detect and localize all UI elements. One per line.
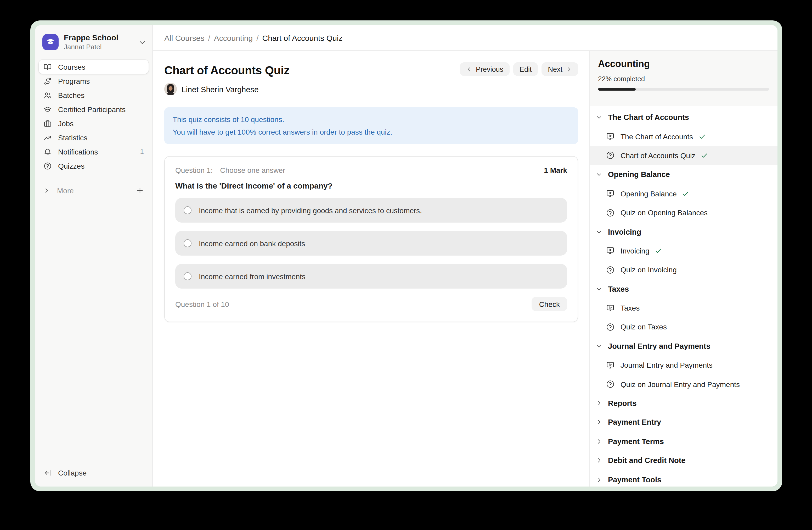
edit-button[interactable]: Edit: [513, 62, 538, 76]
lesson-title: Quiz on Invoicing: [621, 266, 677, 274]
outline-lesson-quiz-on-taxes[interactable]: Quiz on Taxes: [590, 318, 778, 337]
outline-lesson-invoicing[interactable]: Invoicing: [590, 241, 778, 260]
monitor-play-icon: [606, 304, 615, 312]
sidebar-item-label: Quizzes: [58, 162, 85, 170]
content-row: Chart of Accounts Quiz Previous Edit: [153, 51, 778, 487]
help-circle-icon: [606, 380, 615, 389]
chapter-title: Reports: [608, 399, 637, 407]
radio-button[interactable]: [184, 206, 191, 214]
lesson-title: Quiz on Taxes: [621, 323, 667, 331]
outline-chapter-the-chart-of-accounts[interactable]: The Chart of Accounts: [590, 108, 778, 127]
quiz-option-2[interactable]: Income earned on bank deposits: [175, 231, 567, 255]
sidebar-item-label: Certified Participants: [58, 105, 126, 113]
check-icon: [700, 152, 708, 159]
quiz-option-3[interactable]: Income earned from investments: [175, 264, 567, 289]
notice-line-2: You will have to get 100% correct answer…: [173, 126, 570, 138]
sidebar-item-batches[interactable]: Batches: [39, 88, 149, 102]
chevron-right-icon: [566, 66, 572, 72]
sidebar-item-jobs[interactable]: Jobs: [39, 116, 149, 130]
chevron-right-icon: [596, 400, 602, 406]
outline-lesson-chart-of-accounts-quiz[interactable]: Chart of Accounts Quiz: [590, 146, 778, 165]
chapter-title: The Chart of Accounts: [608, 113, 689, 122]
outline-chapter-journal-entry-and-payments[interactable]: Journal Entry and Payments: [590, 336, 778, 355]
question-footer: Question 1 of 10 Check: [175, 297, 567, 311]
outline-chapter-payment-tools[interactable]: Payment Tools: [590, 470, 778, 487]
notice-line-1: This quiz consists of 10 questions.: [173, 113, 570, 126]
graduation-cap-icon: [43, 105, 52, 113]
monitor-play-icon: [606, 361, 615, 370]
previous-button[interactable]: Previous: [460, 62, 510, 76]
chevron-down-icon: [596, 286, 602, 292]
screen: Frappe School Jannat Patel CoursesProgra…: [0, 0, 812, 530]
sidebar-item-more[interactable]: More: [35, 183, 152, 197]
workspace-switcher[interactable]: Frappe School Jannat Patel: [35, 25, 152, 56]
sidebar-item-notifications[interactable]: Notifications1: [39, 144, 149, 159]
completed-check-icon: [698, 133, 706, 140]
quiz-option-1[interactable]: Income that is earned by providing goods…: [175, 198, 567, 223]
chevron-right-icon: [596, 438, 602, 445]
course-progress-bar: [598, 88, 769, 90]
avatar: [164, 83, 177, 95]
outline-lesson-the-chart-of-accounts[interactable]: The Chart of Accounts: [590, 127, 778, 146]
lesson-title: Opening Balance: [621, 190, 677, 198]
lesson-title: Invoicing: [621, 247, 650, 255]
next-button[interactable]: Next: [541, 62, 578, 76]
chevron-right-icon: [596, 419, 602, 426]
chapter-title: Payment Entry: [608, 418, 661, 427]
workspace-names: Frappe School Jannat Patel: [64, 33, 139, 51]
sidebar-item-label: Jobs: [58, 119, 73, 127]
outline-lesson-quiz-on-invoicing[interactable]: Quiz on Invoicing: [590, 260, 778, 279]
pager-buttons: Previous Edit Next: [460, 62, 578, 76]
lesson-title: Chart of Accounts Quiz: [621, 151, 695, 160]
person-photo-icon: [164, 83, 177, 95]
app-window: Frappe School Jannat Patel CoursesProgra…: [35, 25, 778, 487]
help-circle-icon: [606, 266, 615, 275]
breadcrumb-separator: /: [208, 33, 210, 42]
option-label: Income earned on bank deposits: [199, 239, 305, 248]
sidebar-item-courses[interactable]: Courses: [39, 60, 149, 74]
question-instruction: Choose one answer: [220, 166, 285, 175]
next-label: Next: [548, 65, 563, 73]
outline-lesson-taxes[interactable]: Taxes: [590, 298, 778, 318]
chevron-down-icon: [596, 114, 602, 121]
quiz-notice: This quiz consists of 10 questions. You …: [164, 107, 578, 144]
question-text: What is the 'Direct Income' of a company…: [175, 181, 567, 190]
radio-button[interactable]: [184, 239, 191, 247]
outline-chapter-debit-and-credit-note[interactable]: Debit and Credit Note: [590, 451, 778, 470]
monitor-play-icon: [606, 132, 615, 141]
sidebar-item-statistics[interactable]: Statistics: [39, 130, 149, 144]
breadcrumb-separator: /: [256, 33, 259, 42]
breadcrumb-link-all-courses[interactable]: All Courses: [164, 33, 204, 42]
users-icon: [43, 91, 52, 99]
outline-lesson-quiz-on-journal-entry-and-payments[interactable]: Quiz on Journal Entry and Payments: [590, 375, 778, 394]
sidebar-item-programs[interactable]: Programs: [39, 74, 149, 88]
sidebar-item-certified-participants[interactable]: Certified Participants: [39, 102, 149, 116]
completed-check-icon: [655, 247, 662, 254]
chapter-title: Journal Entry and Payments: [608, 342, 710, 350]
outline-chapter-opening-balance[interactable]: Opening Balance: [590, 165, 778, 184]
outline-lesson-quiz-on-opening-balances[interactable]: Quiz on Opening Balances: [590, 203, 778, 222]
check-icon: [682, 190, 689, 197]
outline-lesson-journal-entry-and-payments[interactable]: Journal Entry and Payments: [590, 355, 778, 375]
radio-button[interactable]: [184, 272, 191, 280]
question-card: Question 1: Choose one answer 1 Mark Wha…: [164, 156, 578, 322]
option-label: Income earned from investments: [199, 272, 306, 280]
plus-icon[interactable]: [136, 186, 144, 194]
outline-lesson-opening-balance[interactable]: Opening Balance: [590, 184, 778, 203]
outline-chapter-reports[interactable]: Reports: [590, 394, 778, 413]
help-circle-icon: [606, 208, 615, 217]
outline-chapter-taxes[interactable]: Taxes: [590, 279, 778, 298]
course-title: Accounting: [598, 58, 769, 70]
chevron-down-icon[interactable]: [139, 39, 146, 46]
outline-chapter-payment-terms[interactable]: Payment Terms: [590, 432, 778, 451]
outline-chapter-payment-entry[interactable]: Payment Entry: [590, 413, 778, 432]
sidebar-item-quizzes[interactable]: Quizzes: [39, 159, 149, 173]
outline-chapter-invoicing[interactable]: Invoicing: [590, 222, 778, 241]
collapse-label: Collapse: [58, 469, 87, 477]
check-button[interactable]: Check: [532, 297, 567, 311]
completed-check-icon: [700, 152, 708, 159]
help-circle-icon: [606, 323, 615, 332]
content-region: All Courses/Accounting/Chart of Accounts…: [153, 25, 778, 487]
collapse-sidebar-button[interactable]: Collapse: [35, 469, 152, 487]
breadcrumb-link-accounting[interactable]: Accounting: [214, 33, 253, 42]
